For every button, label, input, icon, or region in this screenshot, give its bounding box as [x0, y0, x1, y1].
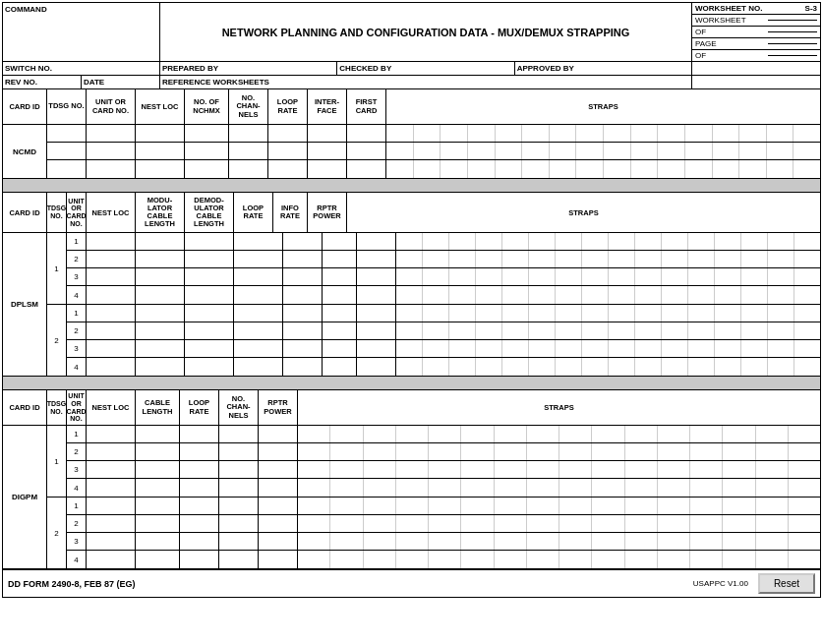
digpm-th-loop: LOOP RATE — [180, 390, 219, 425]
dplsm-g1-r4: 4 — [67, 286, 820, 304]
page-of-label: OF — [695, 51, 706, 60]
dplsm-group-2: 2 1 — [47, 305, 820, 376]
ncmd-th-loop: LOOP RATE — [268, 89, 308, 124]
divider-2 — [3, 377, 820, 390]
worksheet-no-label: WORKSHEET NO. — [695, 4, 762, 13]
page-label: PAGE — [695, 39, 717, 48]
switch-no-cell: SWITCH NO. — [3, 62, 160, 75]
command-box: COMMAND — [3, 3, 160, 61]
digpm-th-cable: CABLE LENGTH — [136, 390, 180, 425]
dplsm-g1-r2: 2 — [67, 251, 820, 268]
ncmd-th-nest: NEST LOC — [136, 89, 185, 124]
of-label: OF — [695, 28, 706, 36]
approved-by-label: APPROVED BY — [517, 64, 574, 73]
divider-1 — [3, 179, 820, 193]
ncmd-r1-unit — [87, 125, 136, 142]
dplsm-th-straps: STRAPS — [347, 193, 820, 232]
digpm-label: DIGPM — [3, 426, 47, 568]
digpm-th-rptr: RPTR POWER — [259, 390, 298, 425]
worksheet-no-value: S-3 — [805, 4, 817, 13]
digpm-th-card-id: CARD ID — [3, 390, 47, 425]
ref-ws-cell: REFERENCE WORKSHEETS — [160, 76, 692, 88]
prepared-by-cell: PREPARED BY — [160, 62, 337, 75]
date-label: DATE — [84, 78, 104, 87]
dplsm-th-info: INFO RATE — [273, 193, 308, 232]
digpm-th-nest: NEST LOC — [87, 390, 136, 425]
dplsm-label: DPLSM — [3, 233, 47, 376]
ncmd-r1-straps — [386, 125, 820, 142]
page-title: NETWORK PLANNING AND CONFIGURATION DATA … — [160, 3, 692, 61]
digpm-th-chan: NO. CHAN-NELS — [219, 390, 259, 425]
dplsm-g2-main-num: 2 — [47, 305, 67, 376]
ncmd-label: NCMD — [3, 125, 47, 178]
digpm-header: CARD ID TDSG NO. UNIT OR CARD NO. NEST L… — [3, 390, 820, 426]
ncmd-th-card-id: CARD ID — [3, 89, 47, 124]
dplsm-g1-sub-rows: 1 2 — [67, 233, 820, 304]
ncmd-th-chan: NO. CHAN-NELS — [229, 89, 268, 124]
dplsm-th-loop: LOOP RATE — [234, 193, 273, 232]
rev-no-cell: REV NO. — [3, 76, 82, 88]
dplsm-g1-r1: 1 — [67, 233, 820, 251]
page: COMMAND NETWORK PLANNING AND CONFIGURATI… — [0, 2, 823, 598]
ncmd-th-iface: INTER-FACE — [308, 89, 347, 124]
dplsm-data-area: 1 1 — [47, 233, 820, 376]
ws-right3 — [692, 76, 820, 88]
ncmd-rows: NCMD — [3, 125, 820, 179]
ws-right2 — [692, 62, 820, 75]
digpm-group-2: 2 1 — [47, 498, 820, 568]
dplsm-th-card-id: CARD ID — [3, 193, 47, 232]
digpm-rows: DIGPM 1 1 — [3, 426, 820, 569]
ncmd-header: CARD ID TDSG NO. UNIT OR CARD NO. NEST L… — [3, 89, 820, 125]
dplsm-th-rptr: RPTR POWER — [308, 193, 347, 232]
dplsm-th-unit: UNIT OR CARD NO. — [67, 193, 87, 232]
footer: DD FORM 2490-8, FEB 87 (EG) USAPPC V1.00… — [3, 569, 820, 597]
ncmd-data-area — [47, 125, 820, 178]
dplsm-th-demod: DEMOD-ULATOR CABLE LENGTH — [185, 193, 234, 232]
dplsm-header: CARD ID TDSG NO. UNIT OR CARD NO. NEST L… — [3, 193, 820, 233]
ncmd-row-2 — [47, 143, 820, 160]
digpm-th-tdsg: TDSG NO. — [47, 390, 67, 425]
dplsm-g2-sub-rows: 1 2 — [67, 305, 820, 376]
prepared-by-label: PREPARED BY — [162, 64, 218, 73]
ncmd-row-1 — [47, 125, 820, 143]
ncmd-r1-loop — [268, 125, 308, 142]
ncmd-row-3 — [47, 160, 820, 178]
ncmd-r1-nof — [185, 125, 229, 142]
digpm-data-area: 1 1 — [47, 426, 820, 568]
digpm-th-straps: STRAPS — [298, 390, 820, 425]
command-label: COMMAND — [5, 5, 157, 14]
worksheet-area: WORKSHEET NO. S-3 WORKSHEET OF PAGE OF — [692, 3, 820, 61]
ncmd-th-tdsg: TDSG NO. — [47, 89, 87, 124]
dplsm-th-tdsg: TDSG NO. — [47, 193, 67, 232]
ncmd-th-nof: NO. OF NCHMX — [185, 89, 229, 124]
checked-by-label: CHECKED BY — [339, 64, 391, 73]
ncmd-r1-tdsg — [47, 125, 87, 142]
approved-by-cell: APPROVED BY — [515, 62, 692, 75]
dplsm-g1-r3: 3 — [67, 268, 820, 286]
ncmd-r1-chan — [229, 125, 268, 142]
switch-no-label: SWITCH NO. — [5, 64, 52, 73]
rev-no-label: REV NO. — [5, 78, 37, 87]
dplsm-g1-main-num: 1 — [47, 233, 67, 304]
ncmd-r1-iface — [308, 125, 347, 142]
dplsm-th-modu: MODU-LATOR CABLE LENGTH — [136, 193, 185, 232]
ncmd-th-straps: STRAPS — [386, 89, 820, 124]
ncmd-th-unit: UNIT OR CARD NO. — [87, 89, 136, 124]
worksheet-label: WORKSHEET — [695, 16, 746, 25]
dplsm-rows: DPLSM 1 1 — [3, 233, 820, 377]
dplsm-th-nest: NEST LOC — [87, 193, 136, 232]
dd-form-label: DD FORM 2490-8, FEB 87 (EG) — [8, 579, 136, 589]
checked-by-cell: CHECKED BY — [337, 62, 514, 75]
ncmd-r1-nest — [136, 125, 185, 142]
ncmd-r1-first — [347, 125, 386, 142]
ncmd-th-first: FIRST CARD — [347, 89, 386, 124]
reset-button[interactable]: Reset — [758, 573, 815, 594]
digpm-group-1: 1 1 — [47, 426, 820, 497]
usappc-label: USAPPC V1.00 — [693, 579, 748, 588]
dplsm-group-1: 1 1 — [47, 233, 820, 304]
date-cell: DATE — [82, 76, 160, 88]
digpm-th-unit: UNIT OR CARD NO. — [67, 390, 87, 425]
ref-ws-label: REFERENCE WORKSHEETS — [162, 78, 269, 87]
